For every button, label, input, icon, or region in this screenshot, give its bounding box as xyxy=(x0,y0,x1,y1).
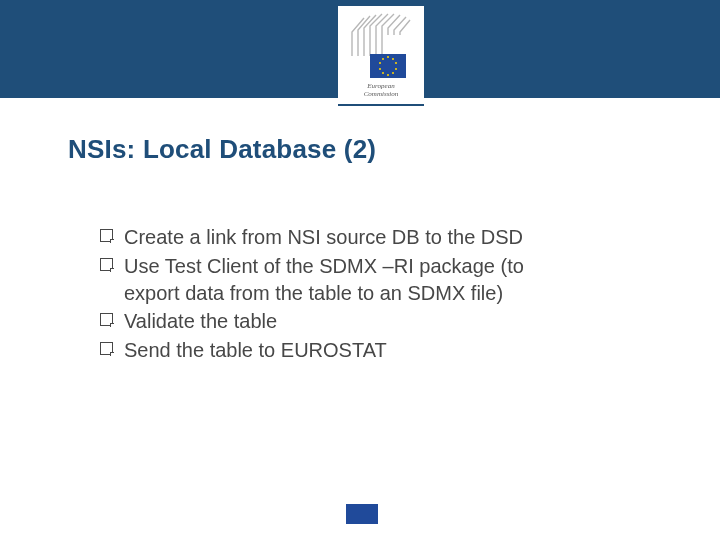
eu-stars xyxy=(378,56,398,76)
eu-flag-icon xyxy=(370,54,406,78)
ec-logo: European Commission xyxy=(338,6,424,106)
ec-logo-inner: European Commission xyxy=(338,6,424,104)
ec-logo-line1: European xyxy=(367,82,394,90)
slide: European Commission NSIs: Local Database… xyxy=(0,0,720,540)
bullet-item: Validate the table xyxy=(100,308,570,335)
ec-logo-text: European Commission xyxy=(338,82,424,98)
ec-logo-line2: Commission xyxy=(364,90,399,98)
bullet-text: Use Test Client of the SDMX –RI package … xyxy=(124,255,524,304)
bullet-item: Create a link from NSI source DB to the … xyxy=(100,224,570,251)
bullet-text: Validate the table xyxy=(124,310,277,332)
slide-title: NSIs: Local Database (2) xyxy=(68,134,376,165)
slide-content: Create a link from NSI source DB to the … xyxy=(100,224,570,366)
checkbox-bullet-icon xyxy=(100,342,113,355)
checkbox-bullet-icon xyxy=(100,258,113,271)
bullet-text: Send the table to EUROSTAT xyxy=(124,339,387,361)
checkbox-bullet-icon xyxy=(100,229,113,242)
svg-rect-0 xyxy=(383,35,411,56)
checkbox-bullet-icon xyxy=(100,313,113,326)
bullet-text: Create a link from NSI source DB to the … xyxy=(124,226,523,248)
building-icon xyxy=(350,12,412,56)
bullet-item: Send the table to EUROSTAT xyxy=(100,337,570,364)
bullet-item: Use Test Client of the SDMX –RI package … xyxy=(100,253,570,307)
footer-eu-flag-icon xyxy=(346,504,378,524)
